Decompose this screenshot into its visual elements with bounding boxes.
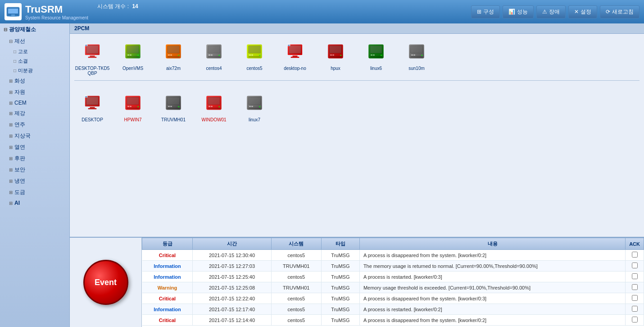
server-icon xyxy=(160,90,186,116)
fault-button[interactable]: ⚠ 장애 xyxy=(536,5,566,18)
sidebar-item-naengyeon[interactable]: ⊞ 냉연 xyxy=(0,175,69,187)
severity-cell: Critical xyxy=(142,315,193,326)
table-row: Critical2021-07-15 12:22:40centos5TruMSG… xyxy=(142,293,644,304)
server-icon xyxy=(241,38,268,64)
expand-icon13: ⊞ xyxy=(9,190,13,195)
server-icon: W xyxy=(79,90,105,116)
main-layout: ⊟ 광양제철소 ⊟ 제선 □ 고로 □ 소결 □ 미분광 ⊞ 화성 ⊞ 자원 xyxy=(0,23,644,327)
sidebar-item-dogeum[interactable]: ⊞ 도금 xyxy=(0,187,69,198)
sidebar-item-ai[interactable]: ⊞ AI xyxy=(0,198,69,208)
server-item[interactable]: W DESKTOP xyxy=(74,90,110,122)
svg-rect-50 xyxy=(332,55,334,55)
col-system: 시스템 xyxy=(271,238,321,250)
ack-checkbox[interactable] xyxy=(632,306,638,312)
table-row: Information2021-07-15 12:27:03TRUVMH01Tr… xyxy=(142,261,644,272)
file-icon3: □ xyxy=(14,68,16,73)
ack-checkbox[interactable] xyxy=(632,273,638,279)
svg-rect-100 xyxy=(248,108,260,109)
performance-button[interactable]: 📊 성능 xyxy=(503,5,534,18)
sidebar-sub-goroh[interactable]: □ 고로 xyxy=(0,47,69,56)
refresh-button[interactable]: ⟳ 새로고침 xyxy=(600,5,639,18)
time-cell: 2021-07-15 12:25:08 xyxy=(193,282,271,293)
server-item[interactable]: HPWIN7 xyxy=(115,90,151,122)
server-name: WINDOW01 xyxy=(202,117,227,122)
sidebar-item-yeollyeon[interactable]: ⊞ 열연 xyxy=(0,142,69,153)
ack-checkbox[interactable] xyxy=(632,295,638,301)
server-item[interactable]: TRUVMH01 xyxy=(155,90,191,122)
server-item[interactable]: sun10m xyxy=(399,38,435,76)
svg-rect-94 xyxy=(218,106,220,107)
ack-checkbox[interactable] xyxy=(632,284,638,290)
ack-cell xyxy=(626,272,644,282)
ack-cell xyxy=(626,261,644,272)
type-cell: TruMSG xyxy=(321,315,359,326)
sidebar-item-jawon[interactable]: ⊞ 자원 xyxy=(0,87,69,98)
content-area: 2PCM W DESKTOP-TKD5QBP xyxy=(70,23,644,327)
table-row: Information2021-07-15 12:25:40centos5Tru… xyxy=(142,272,644,282)
chart-icon: 📊 xyxy=(508,9,515,15)
svg-rect-49 xyxy=(330,55,332,55)
sidebar-item-jegang[interactable]: ⊞ 제강 xyxy=(0,108,69,119)
sidebar-item-yeonju[interactable]: ⊞ 연주 xyxy=(0,119,69,130)
server-item[interactable]: aix72m xyxy=(155,38,191,76)
col-type: 타입 xyxy=(321,238,359,250)
server-name: DESKTOP-TKD5QBP xyxy=(74,66,110,76)
svg-rect-37 xyxy=(248,56,260,58)
svg-rect-62 xyxy=(411,46,422,53)
ack-checkbox[interactable] xyxy=(632,317,638,322)
server-item[interactable]: OpenVMS xyxy=(115,38,151,76)
message-cell: The memory usage is returned to normal. … xyxy=(359,261,625,272)
server-item[interactable]: linux7 xyxy=(236,90,272,122)
sidebar-top-item[interactable]: ⊟ 광양제철소 xyxy=(0,23,69,36)
svg-rect-70 xyxy=(90,107,95,108)
server-item[interactable]: centos5 xyxy=(236,38,272,76)
sidebar-item-boan[interactable]: ⊞ 보안 xyxy=(0,164,69,175)
svg-rect-13 xyxy=(127,46,139,53)
ack-checkbox[interactable] xyxy=(632,252,638,258)
server-item[interactable]: W DESKTOP-TKD5QBP xyxy=(74,38,110,76)
sidebar-item-hupan[interactable]: ⊞ 후판 xyxy=(0,153,69,164)
message-cell: A process is restarted. [kworker/0:2] xyxy=(359,304,625,315)
sidebar-item-hwasung[interactable]: ⊞ 화성 xyxy=(0,75,69,87)
server-item[interactable]: WINDOW01 xyxy=(196,90,232,122)
table-row: Critical2021-07-15 12:14:40centos5TruMSG… xyxy=(142,315,644,326)
server-name: desktop-no xyxy=(284,66,306,71)
svg-rect-66 xyxy=(421,55,423,55)
expand-icon4: ⊞ xyxy=(9,90,13,95)
type-cell: TruMSG xyxy=(321,293,359,304)
svg-rect-36 xyxy=(251,55,253,55)
svg-rect-20 xyxy=(168,46,179,53)
config-button[interactable]: ⊞ 구성 xyxy=(471,5,500,18)
sidebar-item-jasanguk[interactable]: ⊞ 지상국 xyxy=(0,130,69,142)
svg-rect-52 xyxy=(340,55,342,55)
svg-rect-55 xyxy=(370,46,382,53)
message-cell: Memory usage threshold is exceeded. [Cur… xyxy=(359,282,625,293)
settings-button[interactable]: ✕ 설정 xyxy=(568,5,597,18)
svg-rect-99 xyxy=(251,106,253,107)
server-name: DESKTOP xyxy=(82,117,103,122)
event-button[interactable]: Event xyxy=(83,260,128,305)
server-icon xyxy=(120,38,146,64)
svg-rect-14 xyxy=(127,55,129,55)
event-area: Event 등급 시간 시스템 타입 내용 ACK xyxy=(70,237,644,327)
svg-rect-101 xyxy=(259,106,261,107)
svg-rect-93 xyxy=(208,108,220,109)
sidebar-sub-sogyul[interactable]: □ 소결 xyxy=(0,56,69,66)
type-cell: TruMSG xyxy=(321,261,359,272)
svg-rect-69 xyxy=(86,97,98,105)
message-cell: A process is restarted. [kworker/0:3] xyxy=(359,272,625,282)
expand-icon7: ⊞ xyxy=(9,122,13,127)
sidebar-item-cem[interactable]: ⊞ CEM xyxy=(0,98,69,108)
ack-checkbox[interactable] xyxy=(632,263,638,268)
system-cell: centos5 xyxy=(271,315,321,326)
svg-rect-78 xyxy=(130,106,132,107)
sidebar-sub-mibungwang[interactable]: □ 미분광 xyxy=(0,66,69,75)
server-item[interactable]: W desktop-no xyxy=(277,38,313,76)
server-icon xyxy=(120,90,146,116)
server-item[interactable]: linux6 xyxy=(358,38,394,76)
alert-icon: ⚠ xyxy=(542,9,547,15)
svg-rect-27 xyxy=(208,46,220,53)
sidebar-item-section1[interactable]: ⊟ 제선 xyxy=(0,36,69,47)
server-item[interactable]: hpux xyxy=(317,38,354,76)
server-item[interactable]: centos4 xyxy=(196,38,232,76)
